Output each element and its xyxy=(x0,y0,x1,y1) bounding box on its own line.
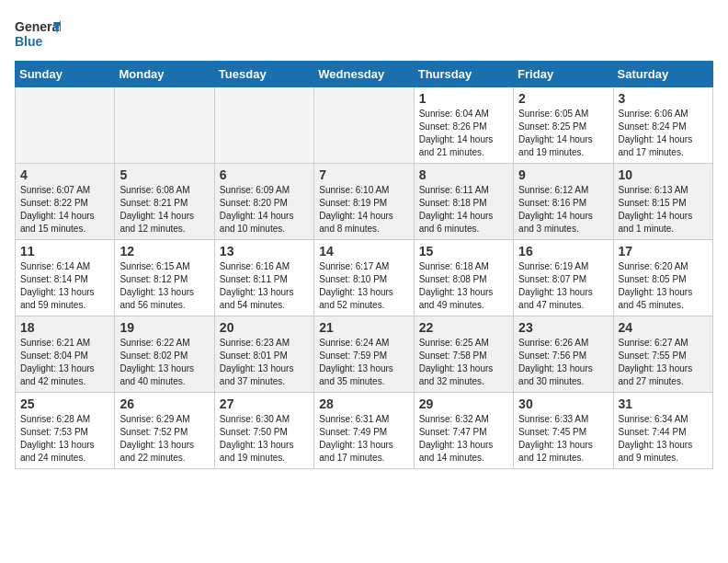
day-cell-14: 14Sunrise: 6:17 AM Sunset: 8:10 PM Dayli… xyxy=(314,240,414,316)
day-cell-17: 17Sunrise: 6:20 AM Sunset: 8:05 PM Dayli… xyxy=(613,240,712,316)
week-row-1: 1Sunrise: 6:04 AM Sunset: 8:26 PM Daylig… xyxy=(16,87,713,164)
weekday-header-saturday: Saturday xyxy=(613,62,712,87)
day-cell-19: 19Sunrise: 6:22 AM Sunset: 8:02 PM Dayli… xyxy=(115,316,214,393)
day-cell-9: 9Sunrise: 6:12 AM Sunset: 8:16 PM Daylig… xyxy=(514,164,613,240)
day-cell-2: 2Sunrise: 6:05 AM Sunset: 8:25 PM Daylig… xyxy=(514,87,613,164)
day-number: 22 xyxy=(419,320,508,335)
day-number: 3 xyxy=(619,91,708,106)
day-number: 12 xyxy=(119,244,209,259)
day-info: Sunrise: 6:22 AM Sunset: 8:02 PM Dayligh… xyxy=(119,337,209,388)
day-info: Sunrise: 6:33 AM Sunset: 7:45 PM Dayligh… xyxy=(518,413,608,465)
day-number: 10 xyxy=(619,167,708,182)
day-info: Sunrise: 6:19 AM Sunset: 8:07 PM Dayligh… xyxy=(518,260,608,312)
day-cell-22: 22Sunrise: 6:25 AM Sunset: 7:58 PM Dayli… xyxy=(414,316,513,393)
day-number: 24 xyxy=(619,320,708,335)
day-number: 14 xyxy=(319,244,408,259)
day-cell-10: 10Sunrise: 6:13 AM Sunset: 8:15 PM Dayli… xyxy=(613,164,712,240)
day-cell-24: 24Sunrise: 6:27 AM Sunset: 7:55 PM Dayli… xyxy=(613,316,712,393)
empty-cell xyxy=(16,87,115,164)
day-number: 1 xyxy=(419,91,508,106)
day-cell-4: 4Sunrise: 6:07 AM Sunset: 8:22 PM Daylig… xyxy=(16,164,115,240)
day-info: Sunrise: 6:10 AM Sunset: 8:19 PM Dayligh… xyxy=(319,184,408,236)
day-info: Sunrise: 6:28 AM Sunset: 7:53 PM Dayligh… xyxy=(20,413,109,465)
week-row-2: 4Sunrise: 6:07 AM Sunset: 8:22 PM Daylig… xyxy=(16,164,713,240)
day-info: Sunrise: 6:14 AM Sunset: 8:14 PM Dayligh… xyxy=(20,260,109,312)
day-cell-7: 7Sunrise: 6:10 AM Sunset: 8:19 PM Daylig… xyxy=(314,164,414,240)
day-cell-26: 26Sunrise: 6:29 AM Sunset: 7:52 PM Dayli… xyxy=(115,393,214,469)
day-info: Sunrise: 6:24 AM Sunset: 7:59 PM Dayligh… xyxy=(319,337,408,388)
day-cell-25: 25Sunrise: 6:28 AM Sunset: 7:53 PM Dayli… xyxy=(16,393,115,469)
day-cell-28: 28Sunrise: 6:31 AM Sunset: 7:49 PM Dayli… xyxy=(314,393,414,469)
day-info: Sunrise: 6:07 AM Sunset: 8:22 PM Dayligh… xyxy=(20,184,109,236)
week-row-3: 11Sunrise: 6:14 AM Sunset: 8:14 PM Dayli… xyxy=(16,240,713,316)
day-cell-11: 11Sunrise: 6:14 AM Sunset: 8:14 PM Dayli… xyxy=(16,240,115,316)
day-info: Sunrise: 6:13 AM Sunset: 8:15 PM Dayligh… xyxy=(619,184,708,236)
weekday-header-wednesday: Wednesday xyxy=(314,62,414,87)
day-number: 15 xyxy=(419,244,508,259)
weekday-header-friday: Friday xyxy=(514,62,613,87)
day-info: Sunrise: 6:25 AM Sunset: 7:58 PM Dayligh… xyxy=(419,337,508,388)
day-info: Sunrise: 6:20 AM Sunset: 8:05 PM Dayligh… xyxy=(619,260,708,312)
day-info: Sunrise: 6:29 AM Sunset: 7:52 PM Dayligh… xyxy=(119,413,209,465)
day-number: 25 xyxy=(20,396,109,411)
day-cell-20: 20Sunrise: 6:23 AM Sunset: 8:01 PM Dayli… xyxy=(214,316,313,393)
day-cell-31: 31Sunrise: 6:34 AM Sunset: 7:44 PM Dayli… xyxy=(613,393,712,469)
day-cell-13: 13Sunrise: 6:16 AM Sunset: 8:11 PM Dayli… xyxy=(214,240,313,316)
weekday-header-monday: Monday xyxy=(115,62,214,87)
day-number: 18 xyxy=(20,320,109,335)
empty-cell xyxy=(314,87,414,164)
weekday-header-thursday: Thursday xyxy=(414,62,513,87)
day-info: Sunrise: 6:23 AM Sunset: 8:01 PM Dayligh… xyxy=(220,337,309,388)
day-info: Sunrise: 6:30 AM Sunset: 7:50 PM Dayligh… xyxy=(220,413,309,465)
day-number: 7 xyxy=(319,167,408,182)
day-number: 11 xyxy=(20,244,109,259)
empty-cell xyxy=(214,87,313,164)
day-info: Sunrise: 6:05 AM Sunset: 8:25 PM Dayligh… xyxy=(518,108,608,159)
day-info: Sunrise: 6:12 AM Sunset: 8:16 PM Dayligh… xyxy=(518,184,608,236)
svg-text:Blue: Blue xyxy=(15,34,43,49)
day-number: 2 xyxy=(518,91,608,106)
day-info: Sunrise: 6:26 AM Sunset: 7:56 PM Dayligh… xyxy=(518,337,608,388)
week-row-4: 18Sunrise: 6:21 AM Sunset: 8:04 PM Dayli… xyxy=(16,316,713,393)
day-number: 5 xyxy=(119,167,209,182)
day-number: 13 xyxy=(220,244,309,259)
day-cell-30: 30Sunrise: 6:33 AM Sunset: 7:45 PM Dayli… xyxy=(514,393,613,469)
day-info: Sunrise: 6:32 AM Sunset: 7:47 PM Dayligh… xyxy=(419,413,508,465)
day-cell-27: 27Sunrise: 6:30 AM Sunset: 7:50 PM Dayli… xyxy=(214,393,313,469)
day-info: Sunrise: 6:27 AM Sunset: 7:55 PM Dayligh… xyxy=(619,337,708,388)
day-number: 27 xyxy=(220,396,309,411)
day-cell-3: 3Sunrise: 6:06 AM Sunset: 8:24 PM Daylig… xyxy=(613,87,712,164)
weekday-header-sunday: Sunday xyxy=(16,62,115,87)
day-info: Sunrise: 6:16 AM Sunset: 8:11 PM Dayligh… xyxy=(220,260,309,312)
weekday-header-row: SundayMondayTuesdayWednesdayThursdayFrid… xyxy=(16,62,713,87)
day-info: Sunrise: 6:17 AM Sunset: 8:10 PM Dayligh… xyxy=(319,260,408,312)
day-number: 31 xyxy=(619,396,708,411)
day-info: Sunrise: 6:06 AM Sunset: 8:24 PM Dayligh… xyxy=(619,108,708,159)
day-number: 26 xyxy=(119,396,209,411)
day-info: Sunrise: 6:04 AM Sunset: 8:26 PM Dayligh… xyxy=(419,108,508,159)
calendar-table: SundayMondayTuesdayWednesdayThursdayFrid… xyxy=(15,61,713,469)
day-cell-6: 6Sunrise: 6:09 AM Sunset: 8:20 PM Daylig… xyxy=(214,164,313,240)
day-number: 16 xyxy=(518,244,608,259)
day-cell-29: 29Sunrise: 6:32 AM Sunset: 7:47 PM Dayli… xyxy=(414,393,513,469)
day-number: 20 xyxy=(220,320,309,335)
day-info: Sunrise: 6:31 AM Sunset: 7:49 PM Dayligh… xyxy=(319,413,408,465)
day-cell-21: 21Sunrise: 6:24 AM Sunset: 7:59 PM Dayli… xyxy=(314,316,414,393)
day-info: Sunrise: 6:11 AM Sunset: 8:18 PM Dayligh… xyxy=(419,184,508,236)
day-number: 30 xyxy=(518,396,608,411)
day-number: 6 xyxy=(220,167,309,182)
day-info: Sunrise: 6:09 AM Sunset: 8:20 PM Dayligh… xyxy=(220,184,309,236)
week-row-5: 25Sunrise: 6:28 AM Sunset: 7:53 PM Dayli… xyxy=(16,393,713,469)
day-number: 28 xyxy=(319,396,408,411)
day-number: 19 xyxy=(119,320,209,335)
day-cell-16: 16Sunrise: 6:19 AM Sunset: 8:07 PM Dayli… xyxy=(514,240,613,316)
day-info: Sunrise: 6:18 AM Sunset: 8:08 PM Dayligh… xyxy=(419,260,508,312)
day-cell-1: 1Sunrise: 6:04 AM Sunset: 8:26 PM Daylig… xyxy=(414,87,513,164)
day-info: Sunrise: 6:21 AM Sunset: 8:04 PM Dayligh… xyxy=(20,337,109,388)
day-cell-18: 18Sunrise: 6:21 AM Sunset: 8:04 PM Dayli… xyxy=(16,316,115,393)
logo: General Blue xyxy=(15,15,61,53)
day-info: Sunrise: 6:15 AM Sunset: 8:12 PM Dayligh… xyxy=(119,260,209,312)
day-number: 8 xyxy=(419,167,508,182)
day-number: 29 xyxy=(419,396,508,411)
svg-text:General: General xyxy=(15,19,61,34)
